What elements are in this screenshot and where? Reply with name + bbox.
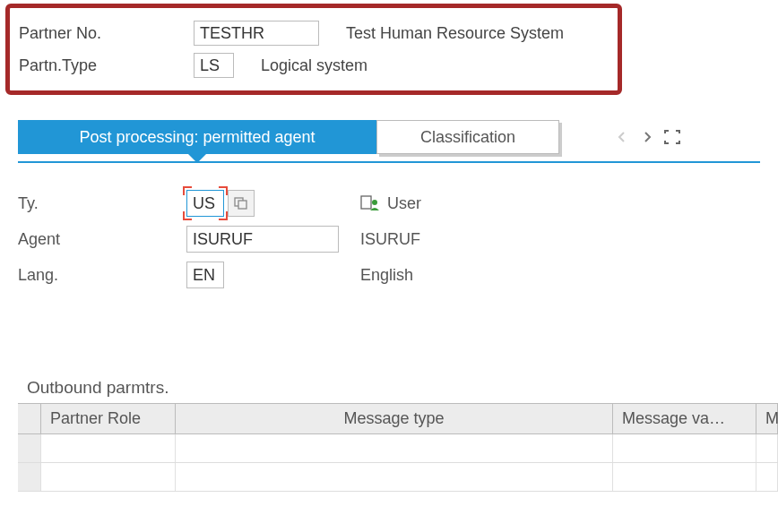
partner-no-input[interactable] (194, 21, 319, 46)
lang-input[interactable] (186, 262, 224, 288)
cell-m[interactable] (756, 463, 778, 491)
svg-rect-1 (238, 201, 246, 209)
cell-partner-role[interactable] (41, 434, 176, 462)
agent-label: Agent (18, 230, 186, 249)
agent-desc: ISURUF (360, 230, 420, 249)
table-row[interactable] (18, 434, 778, 463)
user-icon (360, 194, 380, 212)
partn-type-label: Partn.Type (19, 56, 194, 75)
cell-message-va[interactable] (613, 434, 756, 462)
tab-underline (18, 161, 760, 163)
cell-partner-role[interactable] (41, 463, 176, 491)
ty-desc: User (387, 194, 421, 213)
ty-f4-highlight (186, 190, 224, 217)
svg-point-3 (372, 200, 377, 205)
table-header-m[interactable]: M (756, 404, 778, 433)
agent-row: Agent ISURUF (18, 226, 760, 253)
cell-message-va[interactable] (613, 463, 756, 491)
lang-label: Lang. (18, 266, 186, 285)
ty-row: Ty. User (18, 190, 760, 217)
f4-help-icon (234, 197, 248, 210)
partner-no-desc: Test Human Resource System (346, 24, 564, 43)
ty-desc-wrap: User (360, 194, 421, 213)
table-header-message-va[interactable]: Message va… (613, 404, 756, 433)
tab-classification[interactable]: Classification (376, 120, 559, 154)
outbound-section-title: Outbound parmtrs. (27, 378, 778, 398)
svg-rect-2 (361, 196, 371, 209)
ty-f4-button[interactable] (228, 190, 255, 217)
tab-classification-label: Classification (420, 128, 515, 147)
partner-header-box: Partner No. Test Human Resource System P… (5, 4, 622, 95)
table-header-partner-role[interactable]: Partner Role (41, 404, 176, 433)
ty-label: Ty. (18, 194, 186, 213)
form-area: Ty. User Agen (18, 190, 760, 288)
partner-no-label: Partner No. (19, 24, 194, 43)
row-selector[interactable] (18, 463, 41, 491)
tab-post-processing-label: Post processing: permitted agent (79, 128, 315, 147)
tab-post-processing[interactable]: Post processing: permitted agent (18, 120, 376, 154)
table-header-message-type[interactable]: Message type (176, 404, 613, 433)
tab-active-pointer-icon (188, 154, 206, 163)
table-header: Partner Role Message type Message va… M (18, 403, 778, 434)
expand-icon[interactable] (663, 128, 681, 146)
lang-row: Lang. English (18, 262, 760, 288)
partn-type-row: Partn.Type Logical system (19, 53, 609, 78)
cell-m[interactable] (756, 434, 778, 462)
partn-type-input[interactable] (194, 53, 234, 78)
outbound-table: Partner Role Message type Message va… M (18, 403, 778, 492)
tab-nav-icons (613, 128, 681, 146)
cell-message-type[interactable] (176, 463, 613, 491)
chevron-right-icon[interactable] (638, 128, 656, 146)
agent-input[interactable] (186, 226, 339, 253)
tabs-row: Post processing: permitted agent Classif… (18, 120, 778, 154)
table-row[interactable] (18, 463, 778, 492)
partner-no-row: Partner No. Test Human Resource System (19, 21, 609, 46)
table-header-selector[interactable] (18, 404, 41, 433)
chevron-left-icon[interactable] (613, 128, 631, 146)
partn-type-desc: Logical system (261, 56, 367, 75)
row-selector[interactable] (18, 434, 41, 462)
cell-message-type[interactable] (176, 434, 613, 462)
lang-desc: English (360, 266, 413, 285)
